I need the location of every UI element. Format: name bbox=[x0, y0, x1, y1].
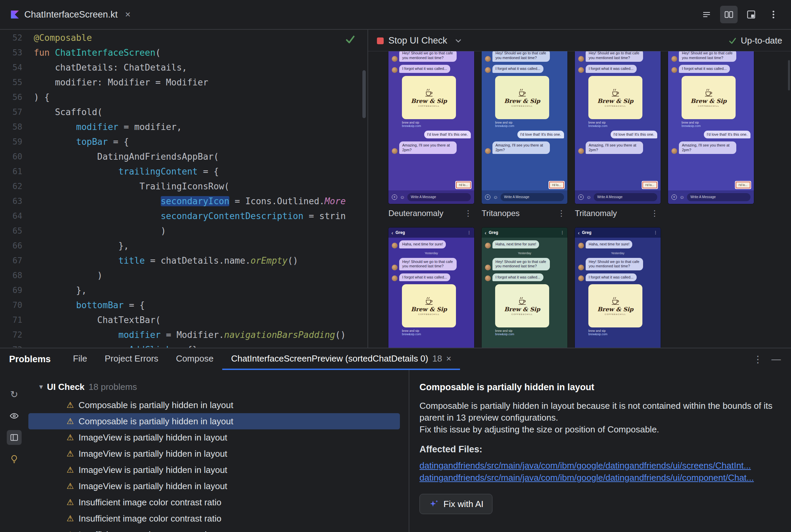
code-line[interactable]: 65 ) bbox=[0, 224, 367, 238]
kebab-icon[interactable]: ⋮ bbox=[462, 209, 474, 218]
stop-ui-check-button[interactable]: Stop UI Check bbox=[377, 35, 461, 46]
message-input[interactable]: Write A Message bbox=[594, 193, 657, 201]
code-line[interactable]: 62 TrailingIconsRow( bbox=[0, 179, 367, 194]
tab-chatinterfacescreenpreview-sortedchatdetails-0-[interactable]: ChatInterfaceScreenPreview (sortedChatDe… bbox=[222, 348, 460, 370]
code-line[interactable]: 70 bottomBar = { bbox=[0, 298, 367, 312]
emoji-icon[interactable]: ☺ bbox=[493, 194, 498, 200]
message-input[interactable]: Write A Message bbox=[407, 193, 471, 201]
flagged-composable-chip[interactable]: I'd lo... bbox=[642, 182, 657, 188]
tab-close-icon[interactable]: × bbox=[446, 354, 451, 364]
problem-row[interactable]: ⚠Composable is partially hidden in layou… bbox=[29, 413, 400, 430]
code-line[interactable]: 66 }, bbox=[0, 238, 367, 253]
emoji-icon[interactable]: ☺ bbox=[586, 194, 591, 200]
emoji-icon[interactable]: ☺ bbox=[680, 194, 684, 200]
link-preview-card[interactable]: Brew & SipCOFFEE&CHILLbrew and sipbrew&s… bbox=[495, 284, 549, 336]
tab-close-icon[interactable]: × bbox=[125, 9, 130, 20]
link-preview-card[interactable]: Brew & SipCOFFEE&CHILLbrew and sipbrew&s… bbox=[402, 76, 456, 128]
link-url[interactable]: brew&sip.com bbox=[402, 332, 456, 336]
link-url[interactable]: brew&sip.com bbox=[588, 332, 642, 336]
inspections-ok-icon[interactable] bbox=[345, 34, 355, 44]
structure-view-icon[interactable] bbox=[698, 6, 715, 23]
plus-icon[interactable]: + bbox=[392, 194, 397, 200]
code-line[interactable]: 63 secondaryIcon = Icons.Outlined.More bbox=[0, 194, 367, 209]
back-icon[interactable]: ‹ bbox=[578, 230, 580, 235]
editor-scrollbar[interactable] bbox=[363, 70, 366, 118]
code-line[interactable]: 68 ) bbox=[0, 268, 367, 283]
details-view-icon[interactable] bbox=[7, 430, 22, 445]
minimize-icon[interactable]: — bbox=[771, 354, 781, 365]
tab-file[interactable]: File bbox=[64, 348, 96, 370]
link-url[interactable]: brew&sip.com bbox=[402, 124, 456, 128]
code-line[interactable]: 60 DatingAndFriendsAppBar( bbox=[0, 149, 367, 164]
chevron-down-icon[interactable] bbox=[455, 39, 461, 43]
problem-row[interactable]: ⚠ImageView is partially hidden in layout bbox=[29, 478, 400, 494]
code-line[interactable]: 72 modifier = Modifier.navigationBarsPad… bbox=[0, 327, 367, 342]
message-input[interactable]: Write A Message bbox=[687, 193, 751, 201]
editor-tab[interactable]: ChatInterfaceScreen.kt × bbox=[0, 0, 140, 29]
flagged-composable-chip[interactable]: I'd lo... bbox=[736, 182, 751, 188]
affected-file-link[interactable]: datingandfriends/src/main/java/com/ibm/g… bbox=[420, 472, 777, 484]
tab-project-errors[interactable]: Project Errors bbox=[96, 348, 167, 370]
link-preview-card[interactable]: Brew & SipCOFFEE&CHILLbrew and sipbrew&s… bbox=[495, 76, 549, 128]
back-icon[interactable]: ‹ bbox=[391, 230, 393, 235]
code-line[interactable]: 52@Composable bbox=[0, 31, 367, 45]
code-line[interactable]: 54 chatDetails: ChatDetails, bbox=[0, 60, 367, 75]
problem-row[interactable]: ⚠Insufficient image color contrast ratio bbox=[29, 494, 400, 510]
phone-preview-card[interactable]: ‹Greg⋮Haha, next time for sure!Yesterday… bbox=[388, 228, 474, 348]
phone-preview-card[interactable]: Hey! Should we go to that cafe you menti… bbox=[575, 51, 661, 204]
code-line[interactable]: 59 topBar = { bbox=[0, 134, 367, 149]
link-preview-card[interactable]: Brew & SipCOFFEE&CHILLbrew and sipbrew&s… bbox=[402, 284, 456, 336]
code-line[interactable]: 56) { bbox=[0, 90, 367, 104]
kebab-icon[interactable]: ⋮ bbox=[555, 209, 567, 218]
code-line[interactable]: 69 }, bbox=[0, 283, 367, 298]
problem-row[interactable]: ⚠Composable is partially hidden in layou… bbox=[29, 397, 400, 413]
emoji-icon[interactable]: ☺ bbox=[400, 194, 405, 200]
phone-preview-card[interactable]: Hey! Should we go to that cafe you menti… bbox=[482, 51, 567, 204]
problems-kebab-icon[interactable]: ⋮ bbox=[753, 354, 762, 365]
fix-with-ai-button[interactable]: Fix with AI bbox=[420, 494, 493, 514]
code-line[interactable]: 55 modifier: Modifier = Modifier bbox=[0, 75, 367, 90]
code-line[interactable]: 67 title = chatDetails.name.orEmpty() bbox=[0, 253, 367, 268]
plus-icon[interactable]: + bbox=[672, 194, 677, 200]
problem-row[interactable]: ⚠ImageView is partially hidden in layout bbox=[29, 445, 400, 462]
code-editor[interactable]: 52@Composable53fun ChatInterfaceScreen(5… bbox=[0, 31, 367, 348]
code-line[interactable]: 58 modifier = modifier, bbox=[0, 119, 367, 134]
link-preview-card[interactable]: Brew & SipCOFFEE&CHILLbrew and sipbrew&s… bbox=[682, 76, 736, 128]
link-url[interactable]: brew&sip.com bbox=[588, 124, 642, 128]
phone-preview-card[interactable]: ‹Greg⋮Haha, next time for sure!Yesterday… bbox=[575, 228, 661, 348]
preview-scrollbar[interactable] bbox=[788, 60, 790, 91]
phone-preview-card[interactable]: ‹Greg⋮Haha, next time for sure!Yesterday… bbox=[482, 228, 567, 348]
back-icon[interactable]: ‹ bbox=[485, 230, 486, 235]
kebab-icon[interactable]: ⋮ bbox=[648, 209, 661, 218]
tab-compose[interactable]: Compose bbox=[167, 348, 222, 370]
flagged-composable-chip[interactable]: I'd lo... bbox=[456, 182, 471, 188]
lightbulb-icon[interactable] bbox=[7, 452, 22, 467]
affected-file-link[interactable]: datingandfriends/src/main/java/com/ibm/g… bbox=[420, 459, 777, 472]
kebab-icon[interactable]: ⋮ bbox=[467, 230, 471, 235]
problem-row[interactable]: ⚠Insufficient text color contrast ratio bbox=[29, 527, 400, 532]
code-line[interactable]: 61 trailingContent = { bbox=[0, 164, 367, 179]
code-line[interactable]: 73 onAddClick = {} bbox=[0, 342, 367, 348]
ui-check-group[interactable]: ▾ UI Check 18 problems bbox=[29, 380, 409, 394]
link-url[interactable]: brew&sip.com bbox=[682, 124, 736, 128]
message-input[interactable]: Write A Message bbox=[500, 193, 564, 201]
preview-eye-icon[interactable] bbox=[7, 408, 22, 423]
flagged-composable-chip[interactable]: I'd lo... bbox=[549, 182, 564, 188]
phone-preview-card[interactable]: Hey! Should we go to that cafe you menti… bbox=[668, 51, 754, 204]
plus-icon[interactable]: + bbox=[485, 194, 491, 200]
code-line[interactable]: 71 ChatTextBar( bbox=[0, 312, 367, 327]
code-line[interactable]: 64 secondaryContentDescription = strin bbox=[0, 209, 367, 224]
problem-row[interactable]: ⚠ImageView is partially hidden in layout bbox=[29, 430, 400, 445]
problem-row[interactable]: ⚠ImageView is partially hidden in layout bbox=[29, 462, 400, 478]
problem-row[interactable]: ⚠Insufficient image color contrast ratio bbox=[29, 510, 400, 527]
split-editor-icon[interactable] bbox=[720, 6, 738, 23]
code-line[interactable]: 53fun ChatInterfaceScreen( bbox=[0, 45, 367, 60]
kebab-icon[interactable]: ⋮ bbox=[654, 230, 658, 235]
kebab-menu-icon[interactable] bbox=[765, 6, 782, 23]
kebab-icon[interactable]: ⋮ bbox=[560, 230, 564, 235]
link-url[interactable]: brew&sip.com bbox=[495, 124, 549, 128]
chevron-down-icon[interactable]: ▾ bbox=[39, 382, 43, 391]
link-preview-card[interactable]: Brew & SipCOFFEE&CHILLbrew and sipbrew&s… bbox=[588, 284, 642, 336]
refresh-icon[interactable]: ↻ bbox=[7, 387, 22, 402]
code-line[interactable]: 57 Scaffold( bbox=[0, 104, 367, 119]
